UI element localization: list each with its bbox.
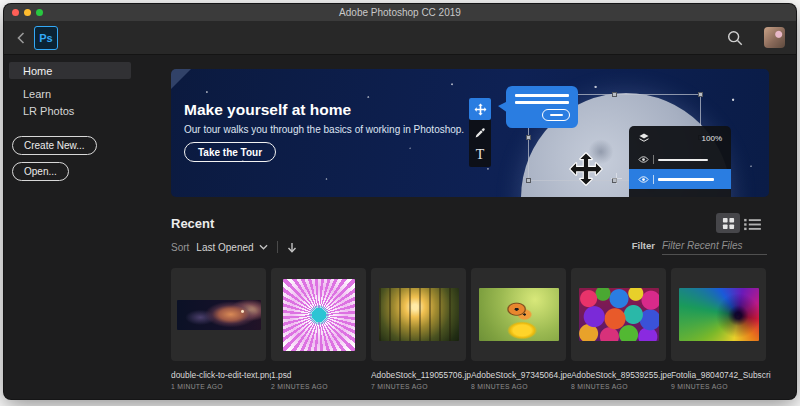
list-view-button[interactable] xyxy=(740,214,764,234)
file-time: 2 MINUTES AGO xyxy=(271,383,366,390)
selection-handle xyxy=(612,92,617,97)
filter-controls: Filter xyxy=(632,240,767,255)
file-thumbnail xyxy=(283,279,355,351)
sidebar-item-label: Learn xyxy=(23,88,51,100)
file-time: 9 MINUTES AGO xyxy=(671,383,766,390)
sidebar-item-home[interactable]: Home xyxy=(9,62,131,79)
filter-label: Filter xyxy=(632,240,655,251)
filter-input[interactable] xyxy=(662,240,767,255)
file-name: AdobeStock_119055706.jpeg xyxy=(371,370,471,380)
selection-handle xyxy=(698,92,703,97)
take-the-tour-button[interactable]: Take the Tour xyxy=(184,142,276,162)
tooltip-bubble-illustration xyxy=(506,86,578,128)
sort-label: Sort xyxy=(171,242,189,253)
move-tool-icon xyxy=(469,98,491,120)
sort-direction-arrow-icon[interactable] xyxy=(287,242,297,253)
file-thumbnail xyxy=(177,300,261,330)
close-window-button[interactable] xyxy=(12,9,19,16)
app-header-bar: Ps xyxy=(4,21,796,55)
folded-corner-decoration xyxy=(171,69,191,89)
recent-files-grid: double-click-to-edit-text.png 1 MINUTE A… xyxy=(171,268,766,390)
eye-icon xyxy=(638,176,649,183)
crosshair-marker xyxy=(611,173,622,184)
minimize-window-button[interactable] xyxy=(24,9,31,16)
recent-file[interactable]: AdobeStock_89539255.jpeg 8 MINUTES AGO xyxy=(571,268,666,390)
create-new-button[interactable]: Create New... xyxy=(12,136,97,155)
file-card[interactable] xyxy=(171,268,266,361)
file-time: 7 MINUTES AGO xyxy=(371,383,466,390)
back-chevron-icon[interactable] xyxy=(17,32,25,44)
file-card[interactable] xyxy=(671,268,766,361)
chevron-down-icon xyxy=(259,244,268,250)
selection-handle xyxy=(526,135,531,140)
file-card[interactable] xyxy=(271,268,366,361)
recent-file[interactable]: double-click-to-edit-text.png 1 MINUTE A… xyxy=(171,268,266,390)
divider xyxy=(277,241,278,253)
recent-file[interactable]: AdobeStock_97345064.jpeg 8 MINUTES AGO xyxy=(471,268,566,390)
sidebar-item-label: LR Photos xyxy=(23,105,74,117)
grid-view-button[interactable] xyxy=(716,213,740,233)
file-time: 1 MINUTE AGO xyxy=(171,383,266,390)
open-button[interactable]: Open... xyxy=(12,162,69,181)
file-card[interactable] xyxy=(471,268,566,361)
file-name: double-click-to-edit-text.png xyxy=(171,370,271,380)
layers-panel-illustration: 100% xyxy=(629,126,731,197)
file-name: Fotolia_98040742_Subscripti... xyxy=(671,370,771,380)
mini-toolbar: T xyxy=(469,98,491,167)
file-thumbnail xyxy=(479,288,559,341)
window-title: Adobe Photoshop CC 2019 xyxy=(4,7,796,18)
sidebar-item-lr-photos[interactable]: LR Photos xyxy=(9,102,131,119)
selected-layer-row xyxy=(629,169,731,189)
file-thumbnail xyxy=(379,288,459,341)
list-view-icon xyxy=(744,218,761,231)
sidebar-item-label: Home xyxy=(23,65,52,77)
eyedropper-tool-icon xyxy=(469,121,491,143)
banner-title: Make yourself at home xyxy=(184,101,351,119)
welcome-banner: T 100% xyxy=(171,69,769,197)
user-avatar[interactable] xyxy=(764,27,785,48)
sort-value: Last Opened xyxy=(196,242,253,253)
recent-file[interactable]: AdobeStock_119055706.jpeg 7 MINUTES AGO xyxy=(371,268,466,390)
sort-controls: Sort Last Opened xyxy=(171,241,297,253)
opacity-value: 100% xyxy=(702,134,722,143)
file-time: 8 MINUTES AGO xyxy=(471,383,566,390)
banner-subtitle: Our tour walks you through the basics of… xyxy=(184,124,464,135)
file-name: AdobeStock_97345064.jpeg xyxy=(471,370,571,380)
tooltip-pill-button xyxy=(542,109,570,121)
recent-file[interactable]: 1.psd 2 MINUTES AGO xyxy=(271,268,366,390)
type-tool-icon: T xyxy=(469,144,491,166)
sort-dropdown[interactable]: Last Opened xyxy=(196,242,267,253)
search-icon[interactable] xyxy=(726,29,744,47)
sidebar-item-learn[interactable]: Learn xyxy=(9,85,131,102)
file-thumbnail xyxy=(679,288,759,341)
zoom-window-button[interactable] xyxy=(36,9,43,16)
file-card[interactable] xyxy=(371,268,466,361)
layers-icon xyxy=(638,132,650,144)
eye-icon xyxy=(638,156,649,163)
photoshop-window: Adobe Photoshop CC 2019 Ps Home Learn LR… xyxy=(3,3,797,400)
photoshop-logo[interactable]: Ps xyxy=(34,26,58,50)
file-name: AdobeStock_89539255.jpeg xyxy=(571,370,671,380)
traffic-lights xyxy=(12,4,43,21)
file-card[interactable] xyxy=(571,268,666,361)
file-name: 1.psd xyxy=(271,370,371,380)
recent-heading: Recent xyxy=(171,216,214,231)
macos-titlebar: Adobe Photoshop CC 2019 xyxy=(4,4,796,21)
recent-file[interactable]: Fotolia_98040742_Subscripti... 9 MINUTES… xyxy=(671,268,766,390)
file-thumbnail xyxy=(579,288,659,341)
grid-view-icon xyxy=(722,217,735,230)
file-time: 8 MINUTES AGO xyxy=(571,383,666,390)
move-cursor-icon xyxy=(569,152,603,186)
selection-handle xyxy=(526,178,531,183)
